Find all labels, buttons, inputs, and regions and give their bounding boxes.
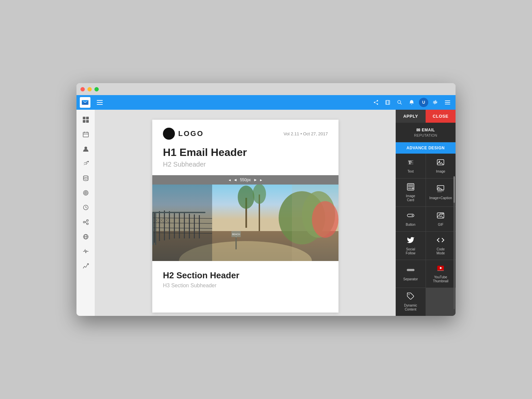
tool-youtube[interactable]: YouTubeThumbnail (426, 260, 456, 288)
tool-gif[interactable]: GIF GIF (426, 207, 456, 231)
beach-photo: BEACH → (152, 185, 338, 261)
svg-rect-86 (407, 214, 414, 217)
svg-rect-10 (86, 117, 89, 119)
tool-dynamic-content[interactable]: DynamicContent (396, 288, 426, 316)
user-avatar[interactable]: U (419, 98, 428, 107)
traffic-light-maximize[interactable] (94, 87, 99, 91)
expand-icon[interactable] (383, 98, 392, 107)
sidebar-item-globe[interactable] (80, 231, 92, 243)
bell-icon[interactable] (407, 98, 416, 107)
sidebar-item-dashboard[interactable] (80, 114, 92, 126)
sidebar-item-targeting[interactable] (80, 187, 92, 199)
svg-rect-79 (408, 188, 411, 189)
svg-text:→: → (235, 236, 237, 238)
sidebar-item-campaigns[interactable] (80, 158, 92, 170)
settings-icon[interactable] (431, 98, 440, 107)
more-icon[interactable] (443, 98, 452, 107)
svg-rect-9 (83, 117, 85, 119)
right-panel: APPLY CLOSE ✉ EMAIL REPUTATION ADVANCE D… (396, 110, 456, 316)
browser-window: U (76, 83, 456, 316)
sidebar-item-activity[interactable] (80, 245, 92, 257)
sidebar-item-clock[interactable] (80, 201, 92, 213)
tool-social-follow-label: SocialFollow (406, 247, 415, 255)
tool-youtube-label: YouTubeThumbnail (433, 275, 449, 283)
sidebar-item-data[interactable] (80, 172, 92, 184)
email-image-section: ◄ 550px ► (152, 175, 338, 261)
svg-line-29 (85, 221, 86, 222)
gif-icon: GIF (437, 211, 445, 221)
email-logo: LOGO (163, 128, 204, 140)
separator-icon (407, 266, 415, 275)
svg-rect-13 (83, 132, 88, 137)
tag-icon (407, 292, 415, 302)
svg-rect-6 (445, 100, 450, 101)
svg-rect-3 (386, 100, 390, 104)
sidebar-item-integrations[interactable] (80, 216, 92, 228)
email-header: LOGO Vol 2.11 • Oct 27, 2017 H1 Email He… (152, 120, 338, 175)
tool-button-label: Button (406, 223, 415, 227)
tool-text[interactable]: T r Text (396, 154, 426, 178)
tool-separator-label: Separator (403, 277, 418, 281)
tool-dynamic-content-label: DynamicContent (404, 304, 417, 312)
app-logo[interactable] (80, 97, 90, 108)
svg-point-22 (85, 193, 86, 193)
youtube-icon (437, 264, 445, 273)
svg-rect-96 (437, 270, 444, 271)
email-section-subheader: H3 Section Subheader (163, 283, 328, 289)
close-button[interactable]: CLOSE (426, 110, 456, 123)
svg-rect-82 (437, 186, 444, 190)
sidebar-item-calendar[interactable] (80, 128, 92, 140)
tool-gif-label: GIF (438, 223, 444, 227)
svg-point-66 (253, 185, 266, 204)
svg-point-28 (86, 223, 88, 225)
sidebar-item-users[interactable] (80, 143, 92, 155)
svg-point-18 (87, 161, 89, 162)
title-bar (76, 83, 456, 95)
main-area: LOGO Vol 2.11 • Oct 27, 2017 H1 Email He… (76, 110, 456, 316)
width-arrow-left: ◄ (233, 178, 237, 182)
advance-design-button[interactable]: ADVANCE DESIGN (396, 142, 456, 154)
tool-social-follow[interactable]: SocialFollow (396, 232, 426, 260)
svg-rect-1 (97, 102, 103, 103)
svg-line-30 (85, 222, 86, 223)
tool-image-caption-label: Image+Caption (429, 196, 452, 200)
sidebar-item-reports[interactable] (80, 260, 92, 272)
svg-rect-0 (97, 100, 103, 101)
share-icon[interactable] (371, 98, 380, 107)
twitter-icon (407, 236, 415, 245)
email-body: H2 Section Header H3 Section Subheader (152, 261, 338, 298)
svg-text:GIF: GIF (440, 213, 444, 215)
tool-image-card[interactable]: ImageCard (396, 179, 426, 206)
svg-rect-78 (408, 184, 413, 187)
svg-point-81 (412, 187, 414, 189)
email-template: LOGO Vol 2.11 • Oct 27, 2017 H1 Email He… (152, 120, 338, 313)
svg-rect-7 (445, 102, 450, 103)
tool-code-mode-label: CodeMode (437, 247, 445, 255)
tool-code-mode[interactable]: CodeMode (426, 232, 456, 260)
tool-image-caption[interactable]: Image+Caption (426, 179, 456, 206)
svg-point-4 (398, 100, 401, 103)
email-h1: H1 Email Header (163, 146, 328, 159)
search-icon[interactable] (395, 98, 404, 107)
apply-button[interactable]: APPLY (396, 110, 426, 123)
tool-image[interactable]: Image (426, 154, 456, 178)
canvas-area: LOGO Vol 2.11 • Oct 27, 2017 H1 Email He… (95, 110, 396, 316)
svg-point-27 (86, 220, 88, 221)
svg-rect-12 (86, 120, 89, 123)
hamburger-menu-icon[interactable] (94, 97, 105, 108)
text-icon: T r (407, 158, 415, 168)
svg-point-76 (439, 161, 440, 162)
width-label: 550px (240, 178, 251, 182)
tool-button[interactable]: Button (396, 207, 426, 231)
svg-point-19 (83, 176, 88, 178)
svg-rect-72 (292, 185, 338, 261)
email-h2-sub: H2 Subheader (163, 161, 328, 168)
code-icon (437, 236, 445, 245)
svg-text:BEACH: BEACH (232, 233, 240, 235)
tool-separator[interactable]: Separator (396, 260, 426, 288)
app-bar: U (76, 95, 456, 110)
logo-text: LOGO (178, 129, 204, 138)
svg-point-64 (238, 186, 254, 209)
traffic-light-close[interactable] (80, 87, 85, 91)
traffic-light-minimize[interactable] (87, 87, 92, 91)
